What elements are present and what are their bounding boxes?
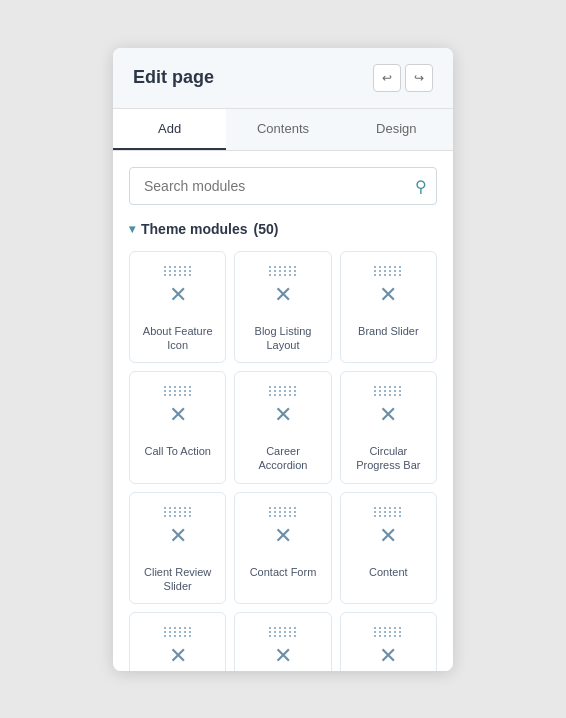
module-card[interactable]: ✕ Circular Progress Bar — [340, 371, 437, 484]
dot — [179, 511, 181, 513]
dot — [394, 390, 396, 392]
module-card[interactable]: ✕ Career Accordion — [234, 371, 331, 484]
dot — [179, 627, 181, 629]
dot — [384, 507, 386, 509]
dot — [399, 635, 401, 637]
dot — [169, 515, 171, 517]
module-label: Content — [369, 565, 408, 579]
undo-button[interactable]: ↩ — [373, 64, 401, 92]
dot — [169, 274, 171, 276]
dots-grid — [164, 266, 192, 276]
dots-grid — [269, 266, 297, 276]
dot — [274, 270, 276, 272]
section-count: (50) — [254, 221, 279, 237]
wrench-icon: ✕ — [169, 282, 187, 308]
dot — [269, 390, 271, 392]
module-icon-area: ✕ — [152, 384, 204, 436]
dot — [269, 507, 271, 509]
wrench-icon: ✕ — [379, 643, 397, 669]
module-icon-area: ✕ — [257, 384, 309, 436]
dot — [189, 266, 191, 268]
search-icon[interactable]: ⚲ — [415, 176, 427, 195]
dot — [399, 266, 401, 268]
dot — [269, 631, 271, 633]
dot — [294, 627, 296, 629]
dots-grid — [269, 507, 297, 517]
dot — [189, 511, 191, 513]
dot — [174, 515, 176, 517]
dot — [394, 270, 396, 272]
dot — [394, 266, 396, 268]
dot — [284, 390, 286, 392]
dot — [179, 270, 181, 272]
module-label: Career Accordion — [243, 444, 322, 473]
dot — [399, 394, 401, 396]
dot — [399, 270, 401, 272]
dot — [374, 631, 376, 633]
dot — [184, 635, 186, 637]
search-input[interactable] — [129, 167, 437, 205]
dot — [294, 270, 296, 272]
dot — [389, 511, 391, 513]
dot — [294, 390, 296, 392]
dot — [284, 635, 286, 637]
search-container: ⚲ — [129, 167, 437, 205]
dot — [169, 507, 171, 509]
module-card[interactable]: ✕ Brand Slider — [340, 251, 437, 364]
module-icon-area: ✕ — [362, 505, 414, 557]
tab-add[interactable]: Add — [113, 109, 226, 150]
module-card[interactable]: ✕ Custom Banner — [340, 612, 437, 670]
dot — [294, 507, 296, 509]
dot — [284, 631, 286, 633]
module-icon-area: ✕ — [152, 505, 204, 557]
dot — [279, 390, 281, 392]
module-icon-area: ✕ — [362, 264, 414, 316]
dot — [184, 270, 186, 272]
redo-button[interactable]: ↪ — [405, 64, 433, 92]
dot — [164, 274, 166, 276]
module-card[interactable]: ✕ About Feature Icon — [129, 251, 226, 364]
dot — [379, 507, 381, 509]
dot — [184, 390, 186, 392]
dot — [394, 386, 396, 388]
module-card[interactable]: ✕ Counter With Text — [129, 612, 226, 670]
dot — [164, 635, 166, 637]
dot — [394, 627, 396, 629]
dots-grid — [374, 627, 402, 637]
dot — [379, 274, 381, 276]
module-card[interactable]: ✕ Content — [340, 492, 437, 605]
dot — [169, 631, 171, 633]
dot — [394, 515, 396, 517]
dot — [279, 266, 281, 268]
dot — [384, 515, 386, 517]
dot — [284, 386, 286, 388]
dot — [179, 390, 181, 392]
dot — [279, 507, 281, 509]
tab-contents[interactable]: Contents — [226, 109, 339, 150]
dot — [389, 515, 391, 517]
tab-design[interactable]: Design — [340, 109, 453, 150]
module-card[interactable]: ✕ Contact Form — [234, 492, 331, 605]
dot — [169, 394, 171, 396]
dot — [164, 390, 166, 392]
dot — [269, 386, 271, 388]
dot — [399, 631, 401, 633]
module-card[interactable]: ✕ Blog Listing Layout — [234, 251, 331, 364]
dot — [189, 394, 191, 396]
dot — [284, 274, 286, 276]
dot — [374, 274, 376, 276]
dot — [169, 390, 171, 392]
module-card[interactable]: ✕ Custom Banner — [234, 612, 331, 670]
dot — [394, 507, 396, 509]
dot — [294, 386, 296, 388]
wrench-icon: ✕ — [274, 523, 292, 549]
dot — [164, 631, 166, 633]
module-card[interactable]: ✕ Call To Action — [129, 371, 226, 484]
dot — [174, 270, 176, 272]
module-card[interactable]: ✕ Client Review Slider — [129, 492, 226, 605]
dot — [394, 274, 396, 276]
dot — [389, 631, 391, 633]
dot — [174, 507, 176, 509]
dot — [274, 386, 276, 388]
dot — [189, 631, 191, 633]
